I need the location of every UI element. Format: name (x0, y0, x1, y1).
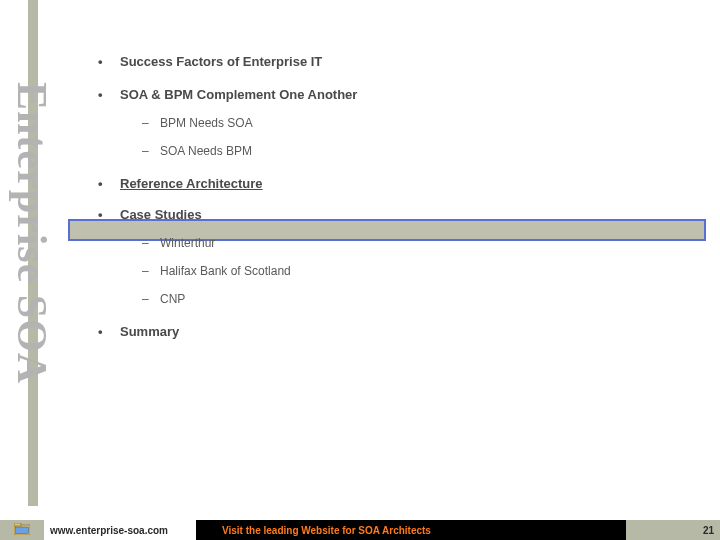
outline-item: • SOA & BPM Complement One Another – BPM… (98, 87, 698, 158)
dash-icon: – (142, 236, 160, 250)
svg-rect-2 (16, 527, 29, 534)
outline-label: Reference Architecture (120, 176, 263, 191)
outline-label: SOA & BPM Complement One Another (120, 87, 357, 102)
footer: www.enterprise-soa.com Visit the leading… (0, 506, 720, 540)
outline-item: • Case Studies – Winterthur – Halifax Ba… (98, 207, 698, 306)
outline-subitem: – BPM Needs SOA (142, 116, 698, 130)
outline: • Success Factors of Enterprise IT • SOA… (98, 54, 698, 357)
page-number: 21 (703, 520, 714, 540)
dash-icon: – (142, 144, 160, 158)
bullet-icon: • (98, 87, 120, 102)
dash-icon: – (142, 292, 160, 306)
bullet-icon: • (98, 324, 120, 339)
outline-sublabel: SOA Needs BPM (160, 144, 252, 158)
svg-rect-1 (14, 523, 21, 526)
outline-label: Summary (120, 324, 179, 339)
outline-item: • Success Factors of Enterprise IT (98, 54, 698, 69)
outline-label: Success Factors of Enterprise IT (120, 54, 322, 69)
outline-item: • Summary (98, 324, 698, 339)
slide: Enterprise SOA • Success Factors of Ente… (0, 0, 720, 540)
outline-sublabel: CNP (160, 292, 185, 306)
bullet-icon: • (98, 207, 120, 222)
outline-subitem: – CNP (142, 292, 698, 306)
bullet-icon: • (98, 54, 120, 69)
outline-subitem: – Winterthur (142, 236, 698, 250)
footer-url[interactable]: www.enterprise-soa.com (44, 520, 196, 540)
outline-subitem: – Halifax Bank of Scotland (142, 264, 698, 278)
outline-item-highlighted: • Reference Architecture (98, 176, 698, 191)
vertical-title: Enterprise SOA (8, 82, 56, 384)
footer-tagline: Visit the leading Website for SOA Archit… (196, 520, 626, 540)
outline-label: Case Studies (120, 207, 202, 222)
bullet-icon: • (98, 176, 120, 191)
outline-sublabel: Winterthur (160, 236, 215, 250)
outline-subitem: – SOA Needs BPM (142, 144, 698, 158)
outline-sublabel: BPM Needs SOA (160, 116, 253, 130)
folder-icon (14, 523, 30, 535)
dash-icon: – (142, 264, 160, 278)
outline-sublabel: Halifax Bank of Scotland (160, 264, 291, 278)
dash-icon: – (142, 116, 160, 130)
